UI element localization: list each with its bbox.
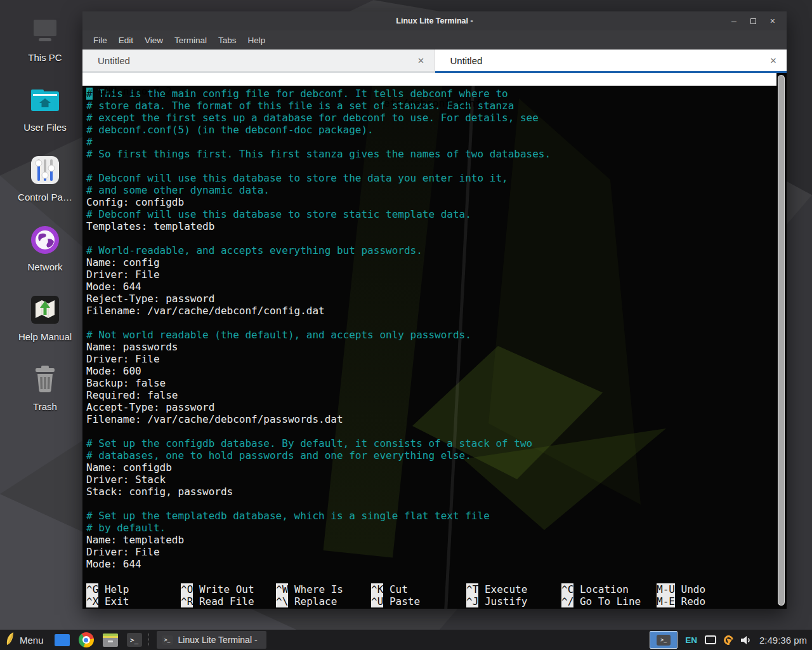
close-icon[interactable]: × [770,17,775,25]
terminal-line: Mode: 644 [86,558,770,570]
minimize-icon[interactable]: – [731,17,737,25]
terminal-line [86,317,770,329]
terminal-line: # World-readable, and accepts everything… [86,244,770,256]
desktop-icon-help-manual[interactable]: Help Manual [6,288,84,358]
nano-shortcut: ^C Location [561,583,657,595]
desktop-icon-this-pc[interactable]: This PC [6,9,84,79]
file-manager-launcher[interactable] [54,632,70,648]
task-button-linux-lite-terminal[interactable]: >_ Linux Lite Terminal - [157,631,266,649]
window-titlebar[interactable]: Linux Lite Terminal - – × [82,11,787,30]
terminal-line: Accept-Type: password [86,401,770,413]
terminal-line: Mode: 600 [86,365,770,377]
desktop-icon-user-files[interactable]: User Files [6,79,84,149]
menu-item-tabs[interactable]: Tabs [213,30,242,50]
menu-item-help[interactable]: Help [242,30,272,50]
shortcut-key: M-E [657,595,675,607]
terminal-line: # by default. [86,522,770,534]
folder-home-icon [30,84,60,117]
chrome-launcher[interactable] [78,632,95,648]
taskbar-separator [148,633,154,646]
tab-untitled-2[interactable]: Untitled × [435,50,787,73]
maximize-icon[interactable] [750,18,756,24]
terminal-line: # except the first sets up a database fo… [86,112,770,124]
terminal-line: Driver: File [86,546,770,558]
shortcut-key: ^G [86,583,98,595]
terminal-line: Driver: Stack [86,474,770,486]
shortcut-key: ^K [371,583,383,595]
system-tray: >_ EN 2:49:36 pm [650,631,812,649]
desktop-icon-label: Network [27,262,62,272]
taskbar: Menu >_ >_ Linux Lite Terminal - >_ EN [0,630,812,650]
scrollbar-thumb[interactable] [778,76,784,605]
tab-label: Untitled [98,55,130,66]
nano-shortcut: ^G Help [86,583,181,595]
clock[interactable]: 2:49:36 pm [759,635,807,646]
shortcut-key: ^C [561,583,573,595]
nano-file-path: /etc/debconf.conf [82,97,776,109]
nano-shortcut: M-U Undo [657,583,770,595]
terminal-line: Stack: config, passwords [86,486,770,498]
tray-terminal-indicator[interactable]: >_ [650,631,678,649]
keyboard-layout-indicator[interactable]: EN [685,635,697,645]
archive-launcher[interactable] [102,632,119,648]
menu-item-edit[interactable]: Edit [113,30,139,50]
nano-shortcut: ^O Write Out [181,583,276,595]
desktop-icon-trash[interactable]: Trash [6,358,84,428]
shortcut-row-2: ^X Exit^R Read File^\ Replace^U Paste^J … [86,595,770,607]
volume-icon[interactable] [741,635,752,645]
network-globe-icon [30,223,60,256]
tab-close-icon[interactable]: × [770,55,776,66]
shortcut-key: ^W [276,583,288,595]
desktop-icon-control-panel[interactable]: Control Pa… [6,149,84,218]
menu-item-terminal[interactable]: Terminal [169,30,213,50]
nano-shortcut: ^/ Go To Line [561,595,657,607]
nano-shortcut: ^K Cut [371,583,466,595]
terminal-line: Mode: 644 [86,281,770,293]
shortcut-key: ^O [181,583,193,595]
shortcut-key: ^U [371,595,383,607]
shortcut-key: ^X [86,595,98,607]
desktop-icon-label: Control Pa… [18,192,72,202]
shortcut-key: ^\ [276,595,288,607]
terminal-line: # Debconf will use this database to stor… [86,172,770,184]
menu-item-file[interactable]: File [88,30,113,50]
terminal-line: Config: configdb [86,196,770,208]
nano-version-label: GNU nano 7.2 [86,85,172,97]
trash-icon [32,363,58,396]
shortcut-key: M-U [657,583,675,595]
nano-titlebar: GNU nano 7.2 /etc/debconf.conf [82,73,776,86]
terminal-line: Name: configdb [86,461,770,474]
terminal-view[interactable]: GNU nano 7.2 /etc/debconf.conf # This is… [82,73,787,609]
help-manual-icon [30,293,60,326]
shortcut-key: ^R [181,595,193,607]
tab-untitled-1[interactable]: Untitled × [82,50,435,73]
terminal-line: # [86,136,770,148]
terminal-line: Driver: File [86,269,770,281]
terminal-line [86,498,770,510]
control-panel-icon [30,154,60,187]
desktop-icon-label: User Files [23,122,67,133]
tab-label: Untitled [450,55,483,66]
terminal-line: Backup: false [86,377,770,389]
desktop: This PC User Files Control Pa… Network H… [0,0,812,650]
nano-shortcut: ^J Justify [466,595,561,607]
desktop-icon-network[interactable]: Network [6,218,84,288]
updates-icon[interactable] [722,633,735,647]
terminal-window: Linux Lite Terminal - – × FileEditViewTe… [82,11,787,609]
nano-buffer[interactable]: # This is the main config file for debco… [82,86,787,570]
start-menu-button[interactable]: Menu [0,630,50,650]
terminal-scrollbar[interactable] [778,75,785,606]
tab-close-icon[interactable]: × [418,55,424,66]
nano-shortcut: ^W Where Is [276,583,371,595]
archive-icon [103,633,118,647]
nano-shortcut: ^T Execute [466,583,561,595]
nano-shortcut: M-E Redo [657,595,770,607]
window-title: Linux Lite Terminal - [82,17,787,25]
terminal-launcher[interactable]: >_ [126,632,143,648]
terminal-line: Name: passwords [86,341,770,353]
menu-item-view[interactable]: View [139,30,169,50]
display-settings-icon[interactable] [705,635,716,644]
terminal-line: # Set up the templatedb database, which … [86,510,770,522]
nano-shortcut-bar: ^G Help^O Write Out^W Where Is^K Cut^T E… [86,583,770,607]
terminal-icon: >_ [657,635,671,646]
